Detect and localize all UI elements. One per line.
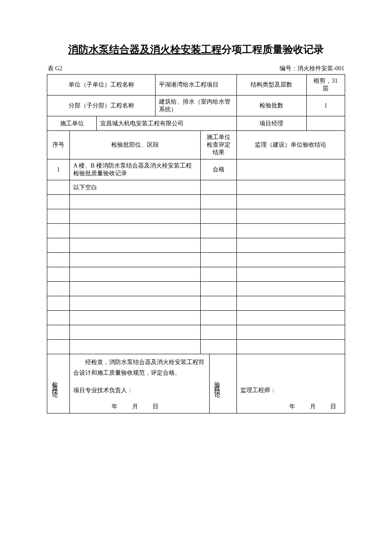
construction-unit-value: 宜昌城大机电安装工程有限公司 xyxy=(97,116,236,131)
cell-supervisor-result xyxy=(236,195,345,209)
cell-seq xyxy=(47,311,70,325)
project-manager-label: 项目经理 xyxy=(236,116,306,131)
cell-supervisor-result xyxy=(236,296,345,311)
data-row xyxy=(47,195,345,209)
cell-section xyxy=(69,253,200,267)
cell-seq xyxy=(47,282,70,296)
cell-seq xyxy=(47,267,70,282)
cell-seq xyxy=(47,340,70,354)
check-conclusion-text: 经检查，消防水泵结合器及消火栓安装工程符合设计和施工质量验收规范，评定合格。 xyxy=(73,357,206,378)
check-conclusion-label: 检查结论 xyxy=(47,354,70,413)
column-headers: 序号 检验批部位、区段 施工单位检查评定结果 监理（建设）单位验收结论 xyxy=(47,131,345,159)
col-section: 检验批部位、区段 xyxy=(69,131,200,159)
header-row-3: 施工单位 宜昌城大机电安装工程有限公司 项目经理 xyxy=(47,116,345,131)
cell-seq xyxy=(47,238,70,253)
cell-seq xyxy=(47,296,70,311)
cell-supervisor-result xyxy=(236,311,345,325)
data-row xyxy=(47,253,345,267)
cell-supervisor-result xyxy=(236,224,345,238)
col-construction-result: 施工单位检查评定结果 xyxy=(201,131,237,159)
cell-supervisor-result xyxy=(236,267,345,282)
cell-seq xyxy=(47,195,70,209)
acceptance-table: 单位（子单位）工程名称 平湖港湾给水工程项目 结构类型及层数 框剪，31 层 分… xyxy=(47,74,345,413)
data-row xyxy=(47,224,345,238)
cell-section xyxy=(69,296,200,311)
cell-construction-result xyxy=(201,311,237,325)
cell-supervisor-result xyxy=(236,253,345,267)
cell-section xyxy=(69,311,200,325)
cell-seq xyxy=(47,224,70,238)
inspection-batch-value: 1 xyxy=(306,95,345,116)
cell-section xyxy=(69,340,200,354)
accept-signer-label: 监理工程师： xyxy=(240,387,341,394)
data-row xyxy=(47,340,345,354)
inspection-batch-label: 检验批数 xyxy=(236,95,306,116)
cell-seq: 1 xyxy=(47,159,70,180)
cell-supervisor-result xyxy=(236,180,345,195)
meta-row: 表 G2 编号：消火栓件安装-001 xyxy=(47,65,345,72)
cell-supervisor-result xyxy=(236,238,345,253)
data-row: 以下空白 xyxy=(47,180,345,195)
construction-unit-label: 施工单位 xyxy=(47,116,97,131)
structure-type-label: 结构类型及层数 xyxy=(236,75,306,95)
unit-project-label: 单位（子单位）工程名称 xyxy=(47,75,156,95)
header-row-1: 单位（子单位）工程名称 平湖港湾给水工程项目 结构类型及层数 框剪，31 层 xyxy=(47,75,345,95)
unit-project-value: 平湖港湾给水工程项目 xyxy=(156,75,237,95)
cell-construction-result xyxy=(201,296,237,311)
accept-conclusion-body: 监理工程师： 年 月 日 xyxy=(236,354,345,413)
cell-construction-result xyxy=(201,238,237,253)
cell-section xyxy=(69,282,200,296)
cell-seq xyxy=(47,209,70,224)
check-conclusion-body: 经检查，消防水泵结合器及消火栓安装工程符合设计和施工质量验收规范，评定合格。 项… xyxy=(69,354,209,413)
title-underlined: 消防水泵结合器及消火栓安装工程 xyxy=(68,44,222,55)
cell-construction-result: 合格 xyxy=(201,159,237,180)
cell-construction-result xyxy=(201,267,237,282)
data-row xyxy=(47,238,345,253)
cell-section: A 楼、B 楼消防水泵结合器及消火栓安装工程检验批质量验收记录 xyxy=(69,159,200,180)
cell-section: 以下空白 xyxy=(69,180,200,195)
cell-section xyxy=(69,238,200,253)
check-date-line: 年 月 日 xyxy=(73,403,206,410)
cell-construction-result xyxy=(201,325,237,340)
accept-conclusion-label: 验收结论 xyxy=(210,354,237,413)
cell-supervisor-result xyxy=(236,282,345,296)
data-row xyxy=(47,209,345,224)
data-row xyxy=(47,296,345,311)
cell-construction-result xyxy=(201,282,237,296)
cell-seq xyxy=(47,180,70,195)
data-row xyxy=(47,325,345,340)
cell-construction-result xyxy=(201,180,237,195)
accept-date-line: 年 月 日 xyxy=(240,403,341,410)
data-row: 1 A 楼、B 楼消防水泵结合器及消火栓安装工程检验批质量验收记录 合格 xyxy=(47,159,345,180)
cell-supervisor-result xyxy=(236,209,345,224)
cell-section xyxy=(69,224,200,238)
cell-construction-result xyxy=(201,253,237,267)
header-row-2: 分部（子分部）工程名称 建筑给、排水（室内给水管系统） 检验批数 1 xyxy=(47,95,345,116)
cell-section xyxy=(69,209,200,224)
title-plain: 分项工程质量验收记录 xyxy=(222,44,324,55)
cell-construction-result xyxy=(201,195,237,209)
cell-seq xyxy=(47,325,70,340)
serial-number: 编号：消火栓件安装-001 xyxy=(280,65,344,72)
sub-project-value: 建筑给、排水（室内给水管系统） xyxy=(156,95,237,116)
sub-project-label: 分部（子分部）工程名称 xyxy=(47,95,156,116)
cell-supervisor-result xyxy=(236,159,345,180)
cell-section xyxy=(69,195,200,209)
data-row xyxy=(47,282,345,296)
cell-section xyxy=(69,325,200,340)
cell-construction-result xyxy=(201,209,237,224)
col-seq: 序号 xyxy=(47,131,70,159)
col-supervisor-result: 监理（建设）单位验收结论 xyxy=(236,131,345,159)
page-title: 消防水泵结合器及消火栓安装工程分项工程质量验收记录 xyxy=(47,43,345,56)
conclusion-row: 检查结论 经检查，消防水泵结合器及消火栓安装工程符合设计和施工质量验收规范，评定… xyxy=(47,354,345,413)
project-manager-value xyxy=(306,116,345,131)
data-row xyxy=(47,311,345,325)
cell-supervisor-result xyxy=(236,325,345,340)
structure-type-value: 框剪，31 层 xyxy=(306,75,345,95)
cell-supervisor-result xyxy=(236,340,345,354)
cell-seq xyxy=(47,253,70,267)
cell-construction-result xyxy=(201,224,237,238)
form-code: 表 G2 xyxy=(48,65,63,72)
cell-section xyxy=(69,267,200,282)
data-row xyxy=(47,267,345,282)
